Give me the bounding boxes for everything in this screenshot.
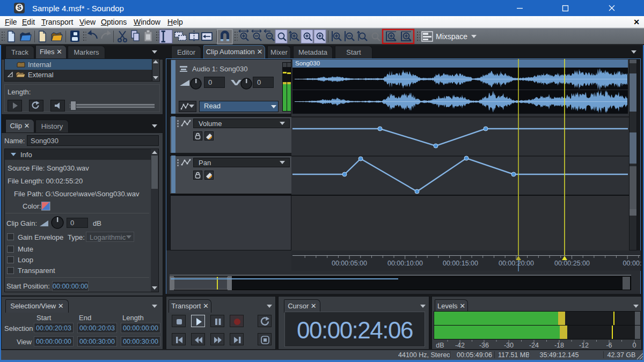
svg-text:-6: -6	[606, 342, 612, 349]
svg-text:0: 0	[633, 342, 636, 349]
svg-text:-30: -30	[504, 342, 514, 349]
svg-text:-12: -12	[579, 342, 589, 349]
svg-text:-18: -18	[554, 342, 564, 349]
svg-text:-24: -24	[529, 342, 539, 349]
svg-text:-42: -42	[455, 342, 465, 349]
svg-text:dB: dB	[436, 342, 444, 349]
svg-text:-36: -36	[479, 342, 489, 349]
